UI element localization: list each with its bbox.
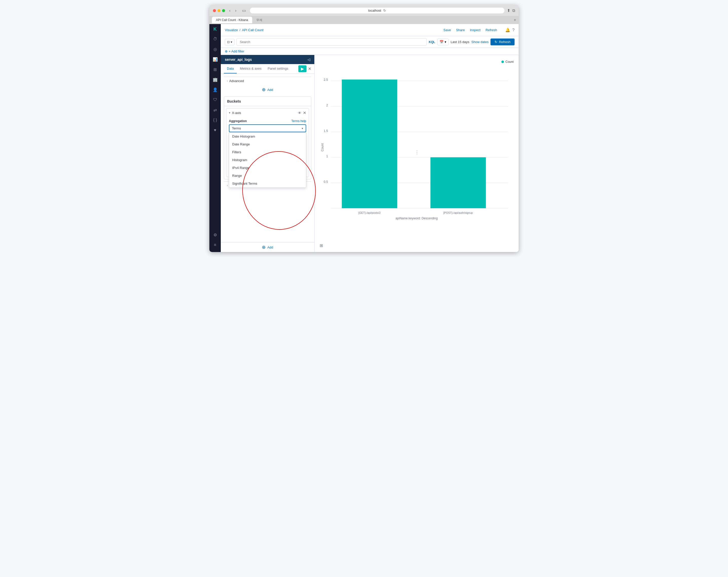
sidebar-icon-dashboard[interactable]: ⊞ [211, 65, 220, 74]
close-window-btn[interactable] [213, 9, 216, 12]
sidebar-icon-clock[interactable]: ⏱ [211, 34, 220, 44]
time-range-label: Last 15 days [451, 40, 469, 44]
browser-actions: ⬆ ⧉ [507, 8, 515, 13]
dropdown-item-histogram[interactable]: Histogram [229, 156, 306, 164]
show-dates-button[interactable]: Show dates [471, 40, 489, 44]
sidebar-icon-menu[interactable]: ≡ [211, 240, 220, 249]
code-icon: { } [213, 118, 217, 122]
breadcrumb: Visualize / API Call Count [225, 28, 264, 32]
main-content: Visualize / API Call Count Save Share In… [221, 24, 519, 252]
top-bar-icons: 🔔 ? [505, 28, 515, 32]
sidebar-icon-siem[interactable]: 🛡 [211, 95, 220, 104]
add-filter-label: + Add filter [229, 49, 244, 53]
gear-icon: ⚙ [213, 232, 217, 237]
browser-titlebar: ‹ › ▭ localhost ↻ ⬆ ⧉ [209, 5, 519, 16]
maximize-window-btn[interactable] [222, 9, 225, 12]
dropdown-item-date-histogram[interactable]: Date Histogram [229, 133, 306, 140]
chevron-right-icon: › [227, 80, 228, 82]
new-tab-btn[interactable]: + [514, 18, 516, 22]
x-label-2: [POST]-/api/auth/signup [443, 211, 473, 214]
add-circle-icon: ⊕ [262, 87, 266, 92]
page-title: API Call Count [242, 28, 263, 32]
time-picker[interactable]: 📅 ▾ [437, 38, 449, 45]
new-window-btn[interactable]: ⧉ [512, 8, 515, 13]
index-type-select[interactable]: ⊡ ▾ [225, 39, 234, 45]
panel-close-button[interactable]: ✕ [308, 66, 311, 71]
minimize-window-btn[interactable] [217, 9, 220, 12]
table-icon[interactable]: ⊞ [320, 243, 323, 248]
legend-dot-count [501, 60, 504, 63]
bar-post-auth [431, 157, 486, 208]
add-bucket-button[interactable]: ⊕ Add [221, 242, 314, 252]
breadcrumb-visualize[interactable]: Visualize [225, 28, 238, 32]
breadcrumb-separator: / [239, 28, 240, 32]
terms-select[interactable]: Terms ▾ [229, 125, 306, 132]
sidebar-icon-maps[interactable]: 👤 [211, 85, 220, 94]
axis-remove-button[interactable]: ✕ [303, 110, 306, 115]
chart-legend: Count [501, 60, 514, 63]
y-axis-title: Count [321, 143, 324, 152]
reload-icon[interactable]: ↻ [383, 9, 386, 12]
dropdown-item-range[interactable]: Range [229, 172, 306, 180]
exchange-icon: ⇄ [213, 108, 217, 112]
dropdown-item-significant-terms[interactable]: Significant Terms [229, 180, 306, 187]
menu-icon: ≡ [214, 243, 216, 247]
forward-btn[interactable]: › [233, 8, 238, 13]
chart-context-menu[interactable]: ⋮ [415, 149, 420, 155]
dropdown-item-date-range[interactable]: Date Range [229, 140, 306, 148]
kql-badge[interactable]: KQL [428, 40, 435, 44]
top-bar-actions: Save Share Inspect Refresh [441, 27, 499, 33]
inspect-button[interactable]: Inspect [468, 27, 483, 33]
inactive-tab[interactable]: 무제 [252, 17, 266, 24]
sidebar-icon-canvas[interactable]: 🏢 [211, 75, 220, 84]
sidebar-icon-apm[interactable]: { } [211, 115, 220, 125]
sidebar-icon-logs[interactable]: ⇄ [211, 105, 220, 114]
add-bucket-icon: ⊕ [262, 244, 266, 250]
active-tab[interactable]: API Call Count - Kibana [212, 17, 252, 23]
help-icon[interactable]: ? [512, 28, 515, 32]
sidebar: K ⏱ ◎ 📊 ⊞ 🏢 👤 🛡 ⇄ [209, 24, 221, 252]
notification-bell-icon[interactable]: 🔔 [505, 28, 510, 32]
x-axis-title: apiName.keyword: Descending [395, 217, 438, 220]
refresh-button[interactable]: ↻ Refresh [491, 38, 515, 45]
dropdown-item-ipv4-range[interactable]: IPv4 Range [229, 164, 306, 172]
dropdown-item-filters[interactable]: Filters [229, 148, 306, 156]
chart-bar-icon: 📊 [213, 57, 218, 62]
kibana-logo[interactable]: K [213, 27, 217, 32]
aggregation-label: Aggregation [229, 119, 247, 123]
tab-metrics-axes[interactable]: Metrics & axes [237, 64, 264, 74]
address-text: localhost [368, 9, 381, 12]
axis-visibility-button[interactable]: 👁 [298, 111, 302, 115]
add-filter-button[interactable]: ⊕ + Add filter [225, 49, 244, 53]
sidebar-icon-settings[interactable]: ⚙ [211, 230, 220, 239]
refresh-top-button[interactable]: Refresh [484, 27, 499, 33]
tab-bar: API Call Count - Kibana 무제 + [209, 16, 519, 24]
sidebar-icon-uptime[interactable]: ♥ [211, 126, 220, 135]
terms-help-link[interactable]: Terms help [291, 119, 306, 123]
back-btn[interactable]: ‹ [228, 8, 232, 13]
panel-play-button[interactable]: ▶ [298, 65, 307, 72]
field-label-row: Aggregation Terms help [229, 119, 306, 123]
sidebar-icon-discover[interactable]: ◎ [211, 45, 220, 54]
clock-icon: ⏱ [213, 37, 217, 41]
search-input[interactable] [236, 38, 426, 46]
advanced-label-top: Advanced [229, 79, 244, 83]
axis-chevron-icon: ▾ [229, 111, 230, 114]
address-bar[interactable]: localhost ↻ [250, 8, 504, 13]
add-metric-button[interactable]: ⊕ Add [224, 85, 311, 94]
sidebar-toggle-btn[interactable]: ▭ [240, 8, 248, 13]
share-btn[interactable]: ⬆ [507, 8, 510, 13]
refresh-icon: ↻ [495, 40, 497, 44]
share-button[interactable]: Share [454, 27, 467, 33]
legend-label-count: Count [505, 60, 514, 63]
panel-collapse-button[interactable]: ◁ [308, 57, 310, 61]
y-label-15: 1.5 [324, 129, 328, 133]
tab-panel-settings[interactable]: Panel settings [265, 64, 291, 74]
window-controls [213, 9, 225, 12]
sidebar-icon-visualize[interactable]: 📊 [211, 55, 220, 64]
dropdown-menu: Date Histogram Date Range Filters [229, 132, 306, 188]
advanced-section-top[interactable]: › Advanced [224, 77, 311, 85]
save-button[interactable]: Save [441, 27, 453, 33]
x-label-1: [GET]-/api/posts/2 [358, 211, 381, 214]
tab-data[interactable]: Data [224, 64, 237, 74]
